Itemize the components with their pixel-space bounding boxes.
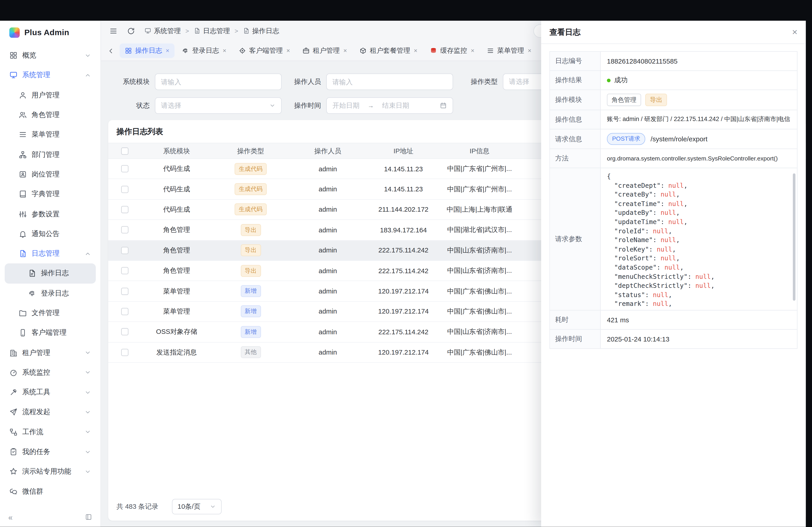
close-tab-icon[interactable]: ×: [166, 47, 169, 54]
sidebar-item[interactable]: 操作日志: [5, 264, 96, 283]
row-checkbox[interactable]: [121, 349, 128, 356]
sidebar-item[interactable]: 岗位管理: [5, 165, 96, 184]
json-line: "roleName": null,: [607, 236, 789, 244]
fingerprint-icon: [182, 47, 189, 54]
wechat-icon: [9, 487, 18, 496]
sidebar-item[interactable]: 字典管理: [5, 184, 96, 204]
cell-module: 代码生成: [142, 164, 212, 174]
system-module-input[interactable]: [155, 74, 281, 90]
operation-type-tag: 生成代码: [235, 204, 266, 215]
tab[interactable]: 客户端管理 ×: [234, 44, 295, 58]
collapse-sidebar-icon[interactable]: «: [8, 513, 13, 521]
system-icon: [9, 71, 18, 79]
tab[interactable]: 租户套餐管理 ×: [354, 44, 423, 58]
cell-module: 菜单管理: [142, 307, 212, 316]
breadcrumb-item[interactable]: 操作日志: [243, 26, 279, 35]
row-checkbox[interactable]: [121, 287, 128, 295]
row-checkbox[interactable]: [121, 226, 128, 234]
row-checkbox[interactable]: [121, 206, 128, 213]
request-params-code[interactable]: { "createDept": null, "createBy": null, …: [601, 168, 797, 310]
sidebar-item[interactable]: 用户管理: [5, 85, 96, 105]
field-label-time: 操作时间: [550, 330, 601, 348]
cell-ip-info: 中国|广东省|广州市|...: [441, 164, 518, 174]
sidebar-item[interactable]: 演示站专用功能: [5, 462, 96, 481]
operator-input[interactable]: [326, 74, 453, 90]
breadcrumb-label: 系统管理: [154, 26, 181, 35]
status-select[interactable]: 请选择: [155, 97, 281, 114]
close-tab-icon[interactable]: ×: [343, 47, 347, 54]
total-records: 共 483 条记录: [117, 502, 159, 511]
sidebar-item[interactable]: 客户端管理: [5, 323, 96, 343]
cell-operator: admin: [289, 165, 366, 173]
close-tab-icon[interactable]: ×: [287, 47, 290, 54]
row-checkbox[interactable]: [121, 165, 128, 172]
close-tab-icon[interactable]: ×: [414, 47, 418, 54]
sidebar-item[interactable]: 部门管理: [5, 145, 96, 165]
code-scrollbar[interactable]: [793, 174, 795, 301]
sidebar-item[interactable]: 日志管理: [5, 244, 96, 264]
refresh-icon[interactable]: [127, 27, 135, 35]
sidebar: Plus Admin 概览 系统管理: [0, 21, 101, 527]
menu-list-icon: [19, 131, 27, 139]
user-icon: [19, 91, 27, 99]
sidebar-item[interactable]: 租户管理: [5, 343, 96, 363]
close-tab-icon[interactable]: ×: [528, 47, 532, 54]
operation-type-tag: 导出: [241, 265, 261, 277]
filter-label-module: 系统模块: [108, 77, 150, 86]
sidebar-item[interactable]: 系统工具: [5, 382, 96, 402]
tabs-scroll-left-icon[interactable]: [107, 47, 115, 55]
select-all-checkbox[interactable]: [121, 147, 128, 154]
row-checkbox[interactable]: [121, 247, 128, 254]
json-line: "roleKey": null,: [607, 244, 789, 254]
field-value-method: org.dromara.system.controller.system.Sys…: [601, 149, 797, 168]
row-checkbox[interactable]: [121, 185, 128, 193]
sidebar-item[interactable]: 系统监控: [5, 363, 96, 382]
breadcrumb-item[interactable]: 日志管理 >: [194, 26, 243, 35]
json-line: "updateTime": null,: [607, 217, 789, 226]
chevron-down-icon: [84, 429, 91, 436]
row-checkbox[interactable]: [121, 328, 128, 335]
sidebar-item[interactable]: 概览: [5, 46, 96, 65]
json-line: "createTime": null,: [607, 199, 789, 208]
sidebar-item[interactable]: 工作流: [5, 422, 96, 442]
tab[interactable]: 缓存监控 ×: [425, 44, 480, 58]
loginlog-icon: [28, 289, 36, 298]
sidebar-item[interactable]: 文件管理: [5, 303, 96, 323]
sidebar-item[interactable]: 参数设置: [5, 204, 96, 224]
close-icon[interactable]: ×: [792, 28, 798, 37]
sidebar-item[interactable]: 流程发起: [5, 402, 96, 422]
log-detail-table: 日志编号 1882612840802115585 操作结果 成功 操作模块 角色…: [549, 51, 798, 349]
sidebar-item[interactable]: 微信群: [5, 481, 96, 501]
json-line: "updateBy": null,: [607, 208, 789, 217]
page-size-select[interactable]: 10条/页: [172, 499, 222, 514]
sidebar-item[interactable]: 通知公告: [5, 224, 96, 244]
param-icon: [19, 210, 27, 218]
sidebar-item[interactable]: 我的任务: [5, 442, 96, 462]
chevron-down-icon: [84, 369, 91, 376]
operation-time-range-input[interactable]: 开始日期 → 结束日期: [326, 97, 453, 114]
operation-type-tag: 新增: [241, 306, 261, 318]
row-checkbox[interactable]: [121, 267, 128, 274]
sidebar-item[interactable]: 角色管理: [5, 105, 96, 125]
tab[interactable]: 菜单管理 ×: [481, 44, 536, 58]
range-arrow: →: [368, 102, 374, 109]
close-tab-icon[interactable]: ×: [471, 47, 474, 54]
pin-icon[interactable]: [85, 513, 92, 521]
close-tab-icon[interactable]: ×: [223, 47, 226, 54]
drawer-title: 查看日志: [549, 27, 581, 37]
field-label-module: 操作模块: [550, 90, 601, 110]
json-line: "roleSort": null,: [607, 254, 789, 263]
tab[interactable]: 租户管理 ×: [297, 44, 352, 58]
tab[interactable]: 登录日志 ×: [177, 44, 231, 58]
chevron-down-icon: [84, 52, 91, 59]
client-icon: [19, 329, 27, 337]
sidebar-item[interactable]: 登录日志: [5, 283, 96, 303]
sidebar-item[interactable]: 菜单管理: [5, 125, 96, 145]
tab[interactable]: 操作日志 ×: [119, 44, 174, 58]
breadcrumb-item[interactable]: 系统管理 >: [145, 26, 194, 35]
briefcase-icon: [303, 47, 310, 54]
row-checkbox[interactable]: [121, 308, 128, 315]
sidebar-item[interactable]: 系统管理: [5, 65, 96, 85]
cell-operator: admin: [289, 328, 366, 336]
hamburger-icon[interactable]: [109, 27, 117, 35]
